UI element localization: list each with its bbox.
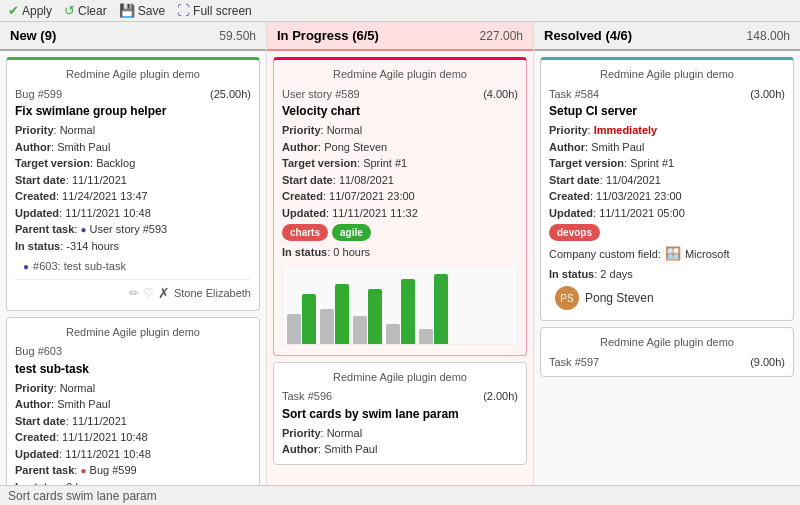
- card-start: Start date: 11/11/2021: [15, 413, 251, 430]
- card-org: Redmine Agile plugin demo: [15, 324, 251, 341]
- bar-green-5: [434, 274, 448, 344]
- card-updated: Updated: 11/11/2021 05:00: [549, 205, 785, 222]
- assignee-avatar: PS: [555, 286, 579, 310]
- card-id[interactable]: Task #597: [549, 354, 599, 371]
- card-start: Start date: 11/08/2021: [282, 172, 518, 189]
- column-resolved-hours: 148.00h: [747, 29, 790, 43]
- bar-green-3: [368, 289, 382, 344]
- card-id[interactable]: User story #589: [282, 86, 360, 103]
- bar-group-4: [386, 279, 415, 344]
- apply-icon: ✔: [8, 3, 19, 18]
- card-name[interactable]: Fix swimlane group helper: [15, 102, 251, 120]
- column-resolved-body: Redmine Agile plugin demo Task #584 (3.0…: [534, 51, 800, 491]
- card-name[interactable]: Setup CI server: [549, 102, 785, 120]
- apply-label: Apply: [22, 4, 52, 18]
- clear-label: Clear: [78, 4, 107, 18]
- card-author: Author: Smith Paul: [15, 396, 251, 413]
- card-updated: Updated: 11/11/2021 11:32: [282, 205, 518, 222]
- save-button[interactable]: 💾 Save: [119, 3, 165, 18]
- bar-group-1: [287, 294, 316, 344]
- card-updated: Updated: 11/11/2021 10:48: [15, 446, 251, 463]
- company-value: Microsoft: [685, 246, 730, 263]
- subtask-area: ● #603: test sub-task: [15, 258, 251, 275]
- card-org: Redmine Agile plugin demo: [15, 66, 251, 83]
- bar-group-5: [419, 274, 448, 344]
- card-company: Company custom field: 🪟 Microsoft: [549, 244, 785, 264]
- tag-devops[interactable]: devops: [549, 224, 600, 241]
- column-resolved-header: Resolved (4/6) 148.00h: [534, 22, 800, 51]
- card-updated: Updated: 11/11/2021 10:48: [15, 205, 251, 222]
- card-priority: Priority: Normal: [282, 122, 518, 139]
- card-target: Target version: Sprint #1: [282, 155, 518, 172]
- clear-button[interactable]: ↺ Clear: [64, 3, 107, 18]
- velocity-chart: [282, 265, 518, 345]
- fullscreen-button[interactable]: ⛶ Full screen: [177, 3, 252, 18]
- tag-agile[interactable]: agile: [332, 224, 371, 241]
- card-tags: charts agile: [282, 224, 518, 241]
- column-inprogress-hours: 227.00h: [480, 29, 523, 43]
- subtask-label[interactable]: #603: test sub-task: [33, 258, 126, 275]
- card-name[interactable]: Sort cards by swim lane param: [282, 405, 518, 423]
- apply-button[interactable]: ✔ Apply: [8, 3, 52, 18]
- card-title-line: Task #597 (9.00h): [549, 354, 785, 371]
- card-footer: ✏ ♡ ✗ Stone Elizabeth: [15, 279, 251, 304]
- card-org: Redmine Agile plugin demo: [282, 369, 518, 386]
- card-id[interactable]: Bug #599: [15, 86, 62, 103]
- column-inprogress-title: In Progress (6/5): [277, 28, 379, 43]
- column-resolved: Resolved (4/6) 148.00h Redmine Agile plu…: [534, 22, 800, 505]
- card-title-line: Task #584 (3.00h): [549, 86, 785, 103]
- card-title-line: User story #589 (4.00h): [282, 86, 518, 103]
- bar-gray-5: [419, 329, 433, 344]
- card-org: Redmine Agile plugin demo: [282, 66, 518, 83]
- card-bug-603: Redmine Agile plugin demo Bug #603 test …: [6, 317, 260, 492]
- column-inprogress: In Progress (6/5) 227.00h Redmine Agile …: [267, 22, 534, 505]
- card-id[interactable]: Bug #603: [15, 343, 62, 360]
- bar-gray-3: [353, 316, 367, 344]
- card-name[interactable]: Velocity chart: [282, 102, 518, 120]
- assignee-name: Stone Elizabeth: [174, 285, 251, 302]
- microsoft-icon: 🪟: [665, 244, 681, 264]
- card-author: Author: Pong Steven: [282, 139, 518, 156]
- card-start: Start date: 11/04/2021: [549, 172, 785, 189]
- card-org: Redmine Agile plugin demo: [549, 66, 785, 83]
- card-parent: Parent task: ● User story #593: [15, 221, 251, 238]
- footer: Sort cards swim lane param: [0, 485, 800, 505]
- card-id[interactable]: Task #584: [549, 86, 599, 103]
- card-id[interactable]: Task #596: [282, 388, 332, 405]
- card-author: Author: Smith Paul: [15, 139, 251, 156]
- edit-icon[interactable]: ✏: [129, 284, 139, 302]
- card-priority: Priority: Normal: [15, 122, 251, 139]
- fullscreen-icon: ⛶: [177, 3, 190, 18]
- assignee-icon: ✗: [158, 283, 170, 304]
- bar-gray-1: [287, 314, 301, 344]
- bar-group-2: [320, 284, 349, 344]
- column-new-header: New (9) 59.50h: [0, 22, 266, 51]
- card-task-584: Redmine Agile plugin demo Task #584 (3.0…: [540, 57, 794, 321]
- card-priority: Priority: Normal: [15, 380, 251, 397]
- card-task-596: Redmine Agile plugin demo Task #596 (2.0…: [273, 362, 527, 465]
- tag-charts[interactable]: charts: [282, 224, 328, 241]
- card-title-line: Bug #599 (25.00h): [15, 86, 251, 103]
- card-priority: Priority: Normal: [282, 425, 518, 442]
- fullscreen-label: Full screen: [193, 4, 252, 18]
- card-name[interactable]: test sub-task: [15, 360, 251, 378]
- save-label: Save: [138, 4, 165, 18]
- column-inprogress-body: Redmine Agile plugin demo User story #58…: [267, 51, 533, 491]
- assignee-name-bottom: Pong Steven: [585, 289, 654, 307]
- card-target: Target version: Backlog: [15, 155, 251, 172]
- card-assignee: ✗ Stone Elizabeth: [158, 283, 251, 304]
- column-new-body: Redmine Agile plugin demo Bug #599 (25.0…: [0, 51, 266, 491]
- card-created: Created: 11/03/2021 23:00: [549, 188, 785, 205]
- card-status: In status: -314 hours: [15, 238, 251, 255]
- bar-green-1: [302, 294, 316, 344]
- toolbar: ✔ Apply ↺ Clear 💾 Save ⛶ Full screen: [0, 0, 800, 22]
- save-icon: 💾: [119, 3, 135, 18]
- card-task-597: Redmine Agile plugin demo Task #597 (9.0…: [540, 327, 794, 377]
- card-author: Author: Smith Paul: [549, 139, 785, 156]
- subtask-item: ● #603: test sub-task: [23, 258, 251, 275]
- card-tags: devops: [549, 224, 785, 241]
- card-title-line: Bug #603: [15, 343, 251, 360]
- column-inprogress-header: In Progress (6/5) 227.00h: [267, 22, 533, 51]
- bar-gray-2: [320, 309, 334, 344]
- heart-icon[interactable]: ♡: [143, 284, 154, 302]
